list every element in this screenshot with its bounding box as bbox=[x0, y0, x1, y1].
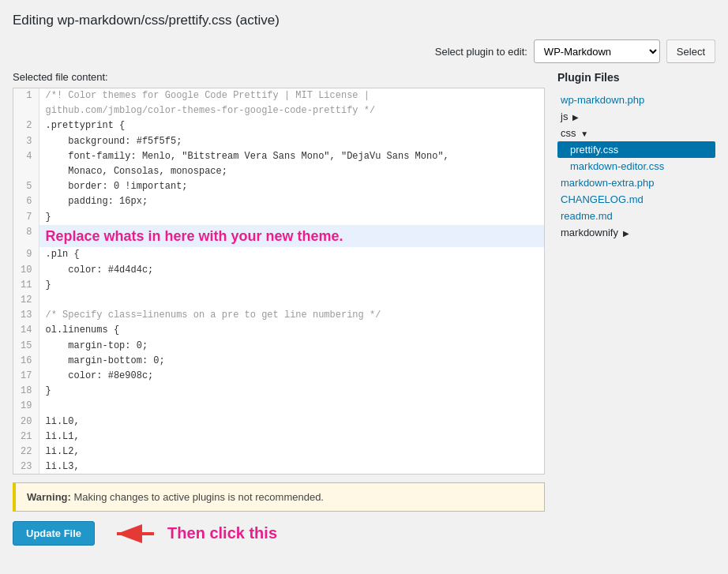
line-content: li.L3, bbox=[39, 460, 544, 475]
table-row: 5 border: 0 !important; bbox=[13, 179, 544, 194]
line-num: 3 bbox=[13, 134, 39, 149]
table-row: 9 .pln { bbox=[13, 247, 544, 262]
table-row: 10 color: #4d4d4c; bbox=[13, 263, 544, 278]
line-content: color: #4d4d4c; bbox=[39, 263, 544, 278]
table-row: 15 margin-top: 0; bbox=[13, 339, 544, 354]
table-row: Monaco, Consolas, monospace; bbox=[13, 164, 544, 179]
line-num: 9 bbox=[13, 247, 39, 262]
left-panel: Selected file content: 1 /*! Color theme… bbox=[13, 71, 545, 546]
line-num bbox=[13, 164, 39, 179]
list-item-folder-js[interactable]: js ▶ bbox=[557, 108, 715, 125]
plugin-files-title: Plugin Files bbox=[557, 71, 715, 84]
then-click-label: Then click this bbox=[167, 524, 277, 542]
main-layout: Selected file content: 1 /*! Color theme… bbox=[13, 71, 715, 546]
warning-label: Warning: bbox=[27, 491, 71, 503]
warning-message: Making changes to active plugins is not … bbox=[73, 491, 324, 503]
line-num: 20 bbox=[13, 415, 39, 430]
line-content: Replace whats in here with your new them… bbox=[39, 225, 544, 248]
table-row: 2 .prettyprint { bbox=[13, 118, 544, 133]
table-row: 17 color: #8e908c; bbox=[13, 369, 544, 384]
list-item-readme[interactable]: readme.md bbox=[557, 208, 715, 224]
table-row: 23 li.L3, bbox=[13, 460, 544, 475]
line-num: 1 bbox=[13, 88, 39, 103]
line-num: 7 bbox=[13, 210, 39, 225]
list-item[interactable]: wp-markdown.php bbox=[557, 92, 715, 108]
line-content: github.com/jmblog/color-themes-for-googl… bbox=[39, 103, 544, 118]
warning-bar: Warning: Making changes to active plugin… bbox=[13, 482, 545, 512]
line-num: 13 bbox=[13, 308, 39, 323]
line-content: margin-top: 0; bbox=[39, 339, 544, 354]
table-row: 1 /*! Color themes for Google Code Prett… bbox=[13, 88, 544, 103]
select-plugin-label: Select plugin to edit: bbox=[435, 46, 527, 58]
line-num: 8 bbox=[13, 225, 39, 248]
line-content: border: 0 !important; bbox=[39, 179, 544, 194]
list-item-folder-css[interactable]: css ▼ bbox=[557, 125, 715, 141]
line-content: } bbox=[39, 210, 544, 225]
table-row: 4 font-family: Menlo, "Bitstream Vera Sa… bbox=[13, 149, 544, 164]
line-num: 11 bbox=[13, 278, 39, 293]
table-row: 19 bbox=[13, 399, 544, 414]
table-row: 6 padding: 16px; bbox=[13, 194, 544, 209]
line-content: li.L1, bbox=[39, 430, 544, 445]
list-item-folder-markdownify[interactable]: markdownify ▶ bbox=[557, 224, 715, 241]
table-row: 3 background: #f5f5f5; bbox=[13, 134, 544, 149]
line-content: } bbox=[39, 278, 544, 293]
file-content-label: Selected file content: bbox=[13, 71, 545, 83]
line-content: .prettyprint { bbox=[39, 118, 544, 133]
line-num: 22 bbox=[13, 445, 39, 460]
line-num: 4 bbox=[13, 149, 39, 164]
table-row: 13 /* Specify class=linenums on a pre to… bbox=[13, 308, 544, 323]
table-row: 18 } bbox=[13, 384, 544, 399]
table-row: 16 margin-bottom: 0; bbox=[13, 354, 544, 369]
arrow-container: Then click this bbox=[111, 522, 277, 546]
line-num: 10 bbox=[13, 263, 39, 278]
plugin-select[interactable]: WP-Markdown bbox=[534, 39, 660, 63]
line-content: /*! Color themes for Google Code Prettif… bbox=[39, 88, 544, 103]
list-item-changelog[interactable]: CHANGELOG.md bbox=[557, 191, 715, 208]
table-row: 12 bbox=[13, 293, 544, 308]
table-row: 21 li.L1, bbox=[13, 430, 544, 445]
update-file-button[interactable]: Update File bbox=[13, 521, 95, 546]
table-row: 11 } bbox=[13, 278, 544, 293]
line-content: Monaco, Consolas, monospace; bbox=[39, 164, 544, 179]
line-num: 21 bbox=[13, 430, 39, 445]
line-num: 14 bbox=[13, 323, 39, 338]
line-content: background: #f5f5f5; bbox=[39, 134, 544, 149]
line-num: 17 bbox=[13, 369, 39, 384]
table-row: 14 ol.linenums { bbox=[13, 323, 544, 338]
line-content: margin-bottom: 0; bbox=[39, 354, 544, 369]
line-content bbox=[39, 293, 544, 308]
line-content bbox=[39, 399, 544, 414]
line-content: li.L2, bbox=[39, 445, 544, 460]
line-content: .pln { bbox=[39, 247, 544, 262]
line-content: /* Specify class=linenums on a pre to ge… bbox=[39, 308, 544, 323]
line-num: 12 bbox=[13, 293, 39, 308]
code-table: 1 /*! Color themes for Google Code Prett… bbox=[13, 88, 544, 475]
code-editor[interactable]: 1 /*! Color themes for Google Code Prett… bbox=[13, 88, 545, 475]
line-content: li.L0, bbox=[39, 415, 544, 430]
line-content: font-family: Menlo, "Bitstream Vera Sans… bbox=[39, 149, 544, 164]
page-title: Editing wp-markdown/css/prettify.css (ac… bbox=[13, 13, 715, 28]
line-num bbox=[13, 103, 39, 118]
line-num: 18 bbox=[13, 384, 39, 399]
table-row: 20 li.L0, bbox=[13, 415, 544, 430]
line-content: } bbox=[39, 384, 544, 399]
line-num: 6 bbox=[13, 194, 39, 209]
line-num: 23 bbox=[13, 460, 39, 475]
table-row: 22 li.L2, bbox=[13, 445, 544, 460]
list-item-prettify-css[interactable]: prettify.css bbox=[557, 141, 715, 158]
line-num: 16 bbox=[13, 354, 39, 369]
table-row: github.com/jmblog/color-themes-for-googl… bbox=[13, 103, 544, 118]
bottom-bar: Update File Then click this bbox=[13, 521, 545, 546]
table-row: 8 Replace whats in here with your new th… bbox=[13, 225, 544, 248]
arrow-icon bbox=[111, 522, 158, 546]
line-content: color: #8e908c; bbox=[39, 369, 544, 384]
list-item-markdown-extra[interactable]: markdown-extra.php bbox=[557, 174, 715, 191]
list-item-markdown-editor-css[interactable]: markdown-editor.css bbox=[557, 158, 715, 174]
line-num: 15 bbox=[13, 339, 39, 354]
table-row: 7 } bbox=[13, 210, 544, 225]
right-panel: Plugin Files wp-markdown.php js ▶ css ▼ … bbox=[557, 71, 715, 546]
line-num: 19 bbox=[13, 399, 39, 414]
line-content: padding: 16px; bbox=[39, 194, 544, 209]
select-button[interactable]: Select bbox=[666, 39, 715, 63]
